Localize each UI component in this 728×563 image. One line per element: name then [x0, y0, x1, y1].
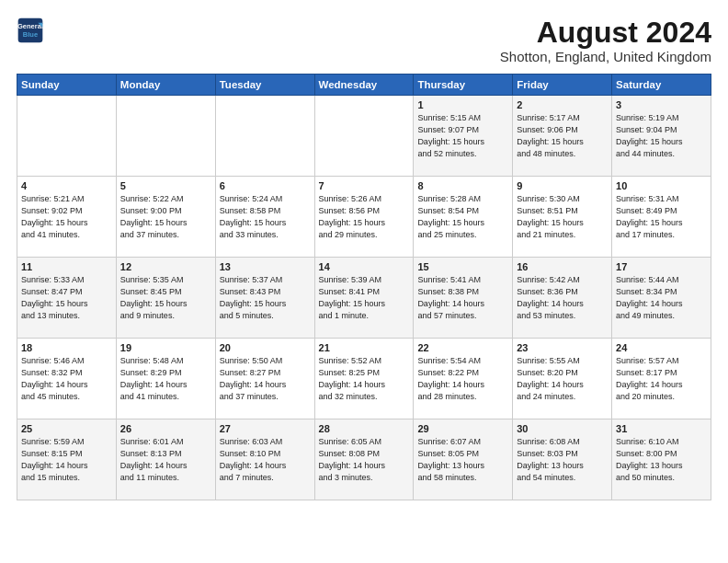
- day-number: 28: [319, 423, 410, 434]
- day-info: Sunrise: 5:59 AM Sunset: 8:15 PM Dayligh…: [21, 437, 88, 482]
- day-info: Sunrise: 5:39 AM Sunset: 8:41 PM Dayligh…: [319, 275, 386, 320]
- day-cell: 1Sunrise: 5:15 AM Sunset: 9:07 PM Daylig…: [414, 96, 513, 177]
- day-cell: 27Sunrise: 6:03 AM Sunset: 8:10 PM Dayli…: [215, 419, 314, 500]
- col-header-monday: Monday: [116, 75, 215, 96]
- logo-icon: General Blue: [17, 17, 44, 44]
- day-info: Sunrise: 5:33 AM Sunset: 8:47 PM Dayligh…: [21, 275, 88, 320]
- day-number: 6: [220, 180, 311, 191]
- day-number: 25: [21, 423, 112, 434]
- day-info: Sunrise: 5:22 AM Sunset: 9:00 PM Dayligh…: [120, 194, 188, 239]
- col-header-tuesday: Tuesday: [215, 75, 314, 96]
- day-info: Sunrise: 5:42 AM Sunset: 8:36 PM Dayligh…: [517, 275, 584, 320]
- day-cell: [215, 96, 314, 177]
- header: General Blue August 2024 Shotton, Englan…: [17, 17, 711, 64]
- day-cell: 19Sunrise: 5:48 AM Sunset: 8:29 PM Dayli…: [116, 339, 215, 419]
- day-number: 23: [517, 342, 608, 353]
- day-info: Sunrise: 5:28 AM Sunset: 8:54 PM Dayligh…: [417, 194, 484, 239]
- day-number: 16: [517, 261, 608, 272]
- day-info: Sunrise: 5:50 AM Sunset: 8:27 PM Dayligh…: [220, 356, 287, 401]
- day-cell: 6Sunrise: 5:24 AM Sunset: 8:58 PM Daylig…: [215, 177, 314, 258]
- day-info: Sunrise: 5:31 AM Sunset: 8:49 PM Dayligh…: [616, 194, 683, 239]
- day-number: 22: [417, 342, 508, 353]
- day-cell: 16Sunrise: 5:42 AM Sunset: 8:36 PM Dayli…: [513, 258, 612, 339]
- day-number: 29: [417, 423, 508, 434]
- day-number: 12: [120, 261, 211, 272]
- title-block: August 2024 Shotton, England, United Kin…: [500, 17, 711, 64]
- day-cell: 26Sunrise: 6:01 AM Sunset: 8:13 PM Dayli…: [116, 419, 215, 500]
- day-number: 10: [616, 180, 707, 191]
- day-number: 17: [616, 261, 707, 272]
- day-cell: 11Sunrise: 5:33 AM Sunset: 8:47 PM Dayli…: [17, 258, 117, 339]
- day-number: 4: [21, 180, 112, 191]
- day-cell: 2Sunrise: 5:17 AM Sunset: 9:06 PM Daylig…: [513, 96, 612, 177]
- day-number: 5: [120, 180, 211, 191]
- day-info: Sunrise: 5:57 AM Sunset: 8:17 PM Dayligh…: [616, 356, 683, 401]
- logo: General Blue: [17, 17, 44, 44]
- day-number: 27: [220, 423, 311, 434]
- day-info: Sunrise: 6:03 AM Sunset: 8:10 PM Dayligh…: [220, 437, 287, 482]
- day-info: Sunrise: 6:08 AM Sunset: 8:03 PM Dayligh…: [517, 437, 584, 482]
- day-cell: 22Sunrise: 5:54 AM Sunset: 8:22 PM Dayli…: [414, 339, 513, 419]
- day-info: Sunrise: 5:19 AM Sunset: 9:04 PM Dayligh…: [616, 113, 683, 158]
- day-number: 2: [517, 99, 608, 110]
- day-cell: [314, 96, 414, 177]
- day-info: Sunrise: 5:35 AM Sunset: 8:45 PM Dayligh…: [120, 275, 188, 320]
- week-row-2: 4Sunrise: 5:21 AM Sunset: 9:02 PM Daylig…: [17, 177, 711, 258]
- day-cell: 17Sunrise: 5:44 AM Sunset: 8:34 PM Dayli…: [612, 258, 711, 339]
- day-info: Sunrise: 5:21 AM Sunset: 9:02 PM Dayligh…: [21, 194, 88, 239]
- header-row: SundayMondayTuesdayWednesdayThursdayFrid…: [17, 75, 711, 96]
- week-row-5: 25Sunrise: 5:59 AM Sunset: 8:15 PM Dayli…: [17, 419, 711, 500]
- day-info: Sunrise: 5:52 AM Sunset: 8:25 PM Dayligh…: [319, 356, 386, 401]
- day-number: 13: [220, 261, 311, 272]
- day-info: Sunrise: 5:26 AM Sunset: 8:56 PM Dayligh…: [319, 194, 386, 239]
- main-title: August 2024: [500, 17, 711, 49]
- week-row-1: 1Sunrise: 5:15 AM Sunset: 9:07 PM Daylig…: [17, 96, 711, 177]
- day-info: Sunrise: 5:55 AM Sunset: 8:20 PM Dayligh…: [517, 356, 584, 401]
- day-cell: 18Sunrise: 5:46 AM Sunset: 8:32 PM Dayli…: [17, 339, 117, 419]
- day-cell: 15Sunrise: 5:41 AM Sunset: 8:38 PM Dayli…: [414, 258, 513, 339]
- day-number: 19: [120, 342, 211, 353]
- subtitle: Shotton, England, United Kingdom: [500, 49, 711, 64]
- day-info: Sunrise: 6:01 AM Sunset: 8:13 PM Dayligh…: [120, 437, 188, 482]
- calendar-page: General Blue August 2024 Shotton, Englan…: [0, 0, 728, 563]
- day-cell: 28Sunrise: 6:05 AM Sunset: 8:08 PM Dayli…: [314, 419, 414, 500]
- day-number: 1: [417, 99, 508, 110]
- day-info: Sunrise: 5:41 AM Sunset: 8:38 PM Dayligh…: [417, 275, 484, 320]
- col-header-thursday: Thursday: [414, 75, 513, 96]
- day-cell: 3Sunrise: 5:19 AM Sunset: 9:04 PM Daylig…: [612, 96, 711, 177]
- day-number: 30: [517, 423, 608, 434]
- day-info: Sunrise: 5:15 AM Sunset: 9:07 PM Dayligh…: [417, 113, 484, 158]
- day-cell: [17, 96, 117, 177]
- day-cell: 9Sunrise: 5:30 AM Sunset: 8:51 PM Daylig…: [513, 177, 612, 258]
- day-number: 11: [21, 261, 112, 272]
- col-header-wednesday: Wednesday: [314, 75, 414, 96]
- col-header-saturday: Saturday: [612, 75, 711, 96]
- svg-text:Blue: Blue: [23, 30, 38, 39]
- day-info: Sunrise: 5:54 AM Sunset: 8:22 PM Dayligh…: [417, 356, 484, 401]
- day-cell: 29Sunrise: 6:07 AM Sunset: 8:05 PM Dayli…: [414, 419, 513, 500]
- day-number: 26: [120, 423, 211, 434]
- day-number: 18: [21, 342, 112, 353]
- day-cell: 4Sunrise: 5:21 AM Sunset: 9:02 PM Daylig…: [17, 177, 117, 258]
- day-info: Sunrise: 6:07 AM Sunset: 8:05 PM Dayligh…: [417, 437, 484, 482]
- day-info: Sunrise: 5:46 AM Sunset: 8:32 PM Dayligh…: [21, 356, 88, 401]
- day-info: Sunrise: 6:05 AM Sunset: 8:08 PM Dayligh…: [319, 437, 386, 482]
- week-row-3: 11Sunrise: 5:33 AM Sunset: 8:47 PM Dayli…: [17, 258, 711, 339]
- day-info: Sunrise: 5:44 AM Sunset: 8:34 PM Dayligh…: [616, 275, 683, 320]
- day-number: 21: [319, 342, 410, 353]
- day-cell: 23Sunrise: 5:55 AM Sunset: 8:20 PM Dayli…: [513, 339, 612, 419]
- day-cell: 30Sunrise: 6:08 AM Sunset: 8:03 PM Dayli…: [513, 419, 612, 500]
- week-row-4: 18Sunrise: 5:46 AM Sunset: 8:32 PM Dayli…: [17, 339, 711, 419]
- day-cell: 14Sunrise: 5:39 AM Sunset: 8:41 PM Dayli…: [314, 258, 414, 339]
- day-number: 8: [417, 180, 508, 191]
- day-info: Sunrise: 5:30 AM Sunset: 8:51 PM Dayligh…: [517, 194, 584, 239]
- day-cell: 10Sunrise: 5:31 AM Sunset: 8:49 PM Dayli…: [612, 177, 711, 258]
- day-info: Sunrise: 6:10 AM Sunset: 8:00 PM Dayligh…: [616, 437, 683, 482]
- day-cell: 24Sunrise: 5:57 AM Sunset: 8:17 PM Dayli…: [612, 339, 711, 419]
- day-info: Sunrise: 5:24 AM Sunset: 8:58 PM Dayligh…: [220, 194, 287, 239]
- day-number: 9: [517, 180, 608, 191]
- day-cell: 25Sunrise: 5:59 AM Sunset: 8:15 PM Dayli…: [17, 419, 117, 500]
- day-number: 24: [616, 342, 707, 353]
- calendar-table: SundayMondayTuesdayWednesdayThursdayFrid…: [17, 74, 711, 500]
- day-number: 15: [417, 261, 508, 272]
